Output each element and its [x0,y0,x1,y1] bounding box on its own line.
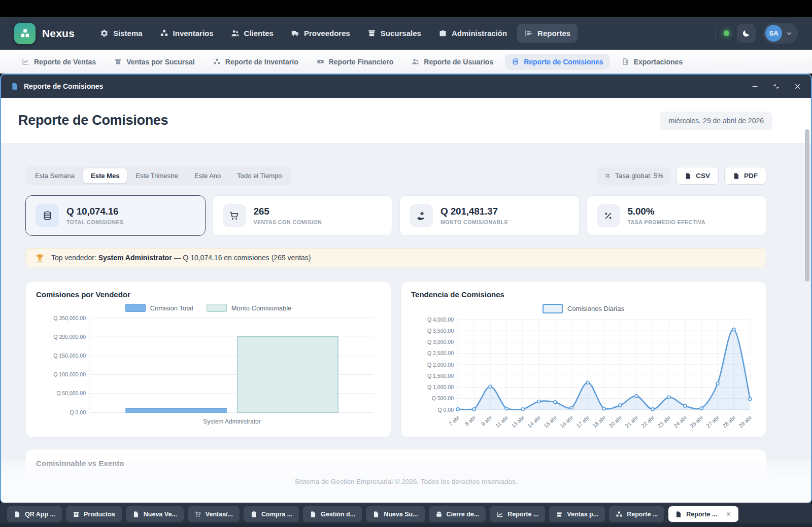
taskbar-tab-gestion-d[interactable]: Gestión d... [303,506,362,522]
stat-label: TOTAL COMISIONES [66,219,124,225]
svg-text:7 abr: 7 abr [448,414,461,427]
taskbar-tab-ventas[interactable]: Ventas/... [188,506,240,522]
report-tab-reporte-de-usuarios[interactable]: Reporte de Usuarios [405,54,500,70]
store-icon [367,29,376,38]
taskbar-tab-compra[interactable]: Compra ... [244,506,299,522]
dark-mode-toggle[interactable] [737,24,756,43]
svg-text:20 abr: 20 abr [607,414,623,429]
truck-icon [291,29,299,38]
nav-item-sistema[interactable]: Sistema [93,24,150,43]
window-controls [751,83,801,90]
chart-bars-icon [524,29,533,38]
nav-item-sucursales[interactable]: Sucursales [360,24,428,43]
minimize-icon [751,83,759,90]
report-tab-reporte-financiero[interactable]: Reporte Financiero [310,54,400,70]
export-csv-button[interactable]: CSV [676,167,719,185]
export-pdf-label: PDF [744,172,758,180]
stat-label: MONTO COMISIONABLE [441,219,508,225]
nav-item-proveedores[interactable]: Proveedores [284,24,357,43]
stat-value: Q 10,074.16 [66,206,124,217]
svg-text:Q 3,500.00: Q 3,500.00 [427,328,454,334]
stat-card-ventas-con-comision[interactable]: 265VENTAS CON COMISION [213,195,393,236]
window-titlebar[interactable]: Reporte de Comisiones [1,75,811,98]
coins-icon [42,210,53,221]
users-icon [412,58,419,65]
svg-text:Q 4,000.00: Q 4,000.00 [427,317,454,323]
svg-text:17 abr: 17 abr [575,414,591,429]
stat-card-total-comisiones[interactable]: Q 10,074.16TOTAL COMISIONES [25,195,206,236]
svg-text:System Administrator: System Administrator [203,418,260,425]
export-csv-label: CSV [696,172,710,180]
main-nav: SistemaInventariosClientesProveedoresSuc… [93,24,578,43]
file-icon [675,511,682,518]
stat-card-tasa-promedio-efectiva[interactable]: 5.00%TASA PROMEDIO EFECTIVA [587,195,767,236]
report-tab-reporte-de-comisiones[interactable]: Reporte de Comisiones [505,54,610,70]
chart-line-icon [496,511,503,518]
filter-este-ano[interactable]: Este Ano [187,168,228,183]
close-tab-icon[interactable] [725,511,732,517]
percent-icon [604,172,611,179]
user-menu[interactable]: SA [763,23,798,44]
filter-este-trimestre[interactable]: Este Trimestre [128,168,186,183]
export-pdf-button[interactable]: PDF [724,167,766,185]
svg-text:21 abr: 21 abr [624,414,639,429]
svg-text:27 abr: 27 abr [705,414,721,429]
svg-text:23 abr: 23 abr [656,414,672,429]
taskbar-tab-nueva-ve[interactable]: Nueva Ve... [126,506,184,522]
report-tab-reporte-de-ventas[interactable]: Reporte de Ventas [15,54,103,70]
page-header: Reporte de Comisiones miércoles, 29 de a… [1,98,811,144]
percent-icon [603,210,614,221]
period-filter: Esta SemanaEste MesEste TrimestreEste An… [25,166,291,185]
csv-file-icon [685,172,692,180]
taskbar-tab-nueva-su[interactable]: Nueva Su... [366,506,424,522]
legend-item-monto-comisionable: Monto Comisionable [207,304,292,312]
restore-button[interactable] [772,83,780,90]
file-export-icon [622,58,629,65]
nav-item-reportes[interactable]: Reportes [517,24,578,43]
boxes-icon [160,29,168,38]
nav-item-clientes[interactable]: Clientes [224,24,281,43]
bar-chart: Q 0.00Q 50,000.00Q 100,000.00Q 150,000.0… [36,313,381,429]
online-status-indicator [724,30,729,36]
svg-text:9 abr: 9 abr [480,414,493,427]
filter-todo-el-tiempo[interactable]: Todo el Tiempo [229,168,289,183]
svg-text:Q 150,000.00: Q 150,000.00 [53,353,86,359]
stat-value: 265 [254,206,322,217]
chart-card-comisiones-por-vendedor: Comisiones por Vendedor Comision TotalMo… [25,281,391,438]
report-tabs-bar: Reporte de VentasVentas por SucursalRepo… [0,50,812,74]
scrollbar[interactable] [805,129,809,282]
chart-legend: Comisiones Diarias [411,304,756,313]
svg-text:Q 500.00: Q 500.00 [432,395,454,401]
svg-text:Q 2,000.00: Q 2,000.00 [427,362,454,368]
taskbar-tab-reporte[interactable]: Reporte ... [668,506,738,522]
nav-item-administracion[interactable]: Administración [431,24,514,43]
svg-text:Q 2,500.00: Q 2,500.00 [427,350,454,356]
taskbar-tab-productos[interactable]: Productos [66,506,122,522]
taskbar-tab-reporte[interactable]: Reporte ... [490,506,545,522]
top-seller-banner: Top vendedor: System Administrator — Q 1… [25,248,766,267]
minimize-button[interactable] [751,83,759,90]
taskbar-tab-qr-app[interactable]: QR App ... [7,506,62,522]
chart-legend: Comision TotalMonto Comisionable [36,304,381,312]
nav-item-inventarios[interactable]: Inventarios [153,24,221,43]
top-seller-text: Top vendedor: System Administrator — Q 1… [51,254,311,262]
taskbar-tab-cierre-de[interactable]: Cierre de... [429,506,486,522]
cart-icon [229,210,240,221]
report-tab-reporte-de-inventario[interactable]: Reporte de Inventario [207,54,305,70]
filter-este-mes[interactable]: Este Mes [83,168,127,183]
taskbar-tab-reporte[interactable]: Reporte ... [609,506,664,522]
box-icon [73,511,80,518]
stat-label: TASA PROMEDIO EFECTIVA [628,219,706,225]
taskbar-tab-ventas-p[interactable]: Ventas p... [549,506,605,522]
report-tab-exportaciones[interactable]: Exportaciones [615,54,689,70]
trophy-icon [35,253,45,263]
svg-text:Q 50,000.00: Q 50,000.00 [56,390,86,396]
chart-line-icon [22,58,29,65]
window-footer: Sistema de Gestion Empresarial © 2026. T… [1,461,811,503]
close-button[interactable] [794,83,801,90]
stat-card-monto-comisionable[interactable]: Q 201,481.37MONTO COMISIONABLE [399,195,580,236]
report-tab-ventas-por-sucursal[interactable]: Ventas por Sucursal [108,54,201,70]
file-icon [310,511,317,518]
filter-esta-semana[interactable]: Esta Semana [27,168,82,183]
taskbar: QR App ...ProductosNueva Ve...Ventas/...… [0,503,812,527]
